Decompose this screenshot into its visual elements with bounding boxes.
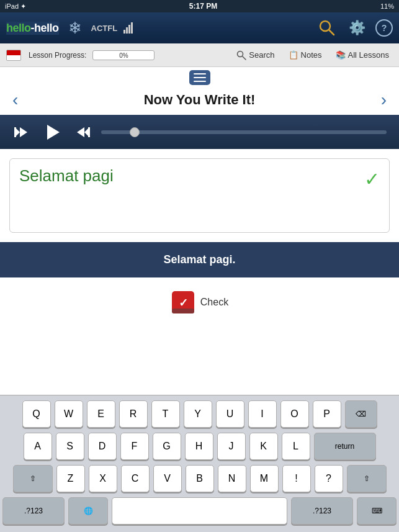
logo-area[interactable]: hello-hello <box>6 22 59 35</box>
help-icon[interactable]: ? <box>375 19 393 37</box>
key-i[interactable]: I <box>248 400 277 428</box>
prev-arrow[interactable]: ‹ <box>12 91 18 109</box>
key-f[interactable]: F <box>120 433 149 460</box>
gear-icon: ⚙️ <box>349 20 365 36</box>
skip-back-button[interactable] <box>12 124 30 141</box>
lesson-progress-label: Lesson Progress: <box>29 51 86 60</box>
svg-rect-10 <box>88 127 90 137</box>
ipad-label: iPad ✦ <box>5 2 26 11</box>
key-k[interactable]: K <box>249 433 278 460</box>
check-icon: ✓ <box>171 290 195 315</box>
key-w[interactable]: W <box>55 400 83 428</box>
notes-toolbar-btn[interactable]: 📋 Notes <box>285 48 326 62</box>
svg-marker-5 <box>20 127 27 137</box>
return-key[interactable]: return <box>314 433 376 460</box>
key-exclamation[interactable]: ! <box>282 465 311 492</box>
correct-checkmark-icon: ✓ <box>364 168 380 190</box>
key-h[interactable]: H <box>185 433 213 460</box>
key-z[interactable]: Z <box>56 465 85 492</box>
hamburger-icon <box>194 77 206 78</box>
keyboard[interactable]: Q W E R T Y U I O P ⌫ A S D F G H J K L … <box>0 395 399 532</box>
check-stamp-icon: ✓ <box>171 290 195 315</box>
key-s[interactable]: S <box>56 433 84 460</box>
snowflake-icon: ❄ <box>65 18 85 38</box>
hamburger-icon <box>194 81 206 82</box>
svg-rect-13 <box>172 309 194 313</box>
search-label: Search <box>249 50 274 60</box>
key-o[interactable]: O <box>280 400 309 428</box>
key-r[interactable]: R <box>119 400 148 428</box>
key-u[interactable]: U <box>216 400 244 428</box>
seek-bar[interactable] <box>101 130 387 134</box>
toolbar: Lesson Progress: 0% Search 📋 Notes 📚 All… <box>0 43 399 67</box>
actfl-label: ACTFL <box>91 24 118 33</box>
shift-right-key[interactable]: ⇧ <box>347 465 387 492</box>
key-b[interactable]: B <box>186 465 214 492</box>
signal-bars-icon <box>123 22 133 34</box>
monitor-icon <box>6 50 21 61</box>
gear-icon-btn[interactable]: ⚙️ <box>346 17 368 39</box>
key-g[interactable]: G <box>153 433 181 460</box>
key-y[interactable]: Y <box>184 400 212 428</box>
seek-thumb[interactable] <box>130 127 140 137</box>
key-n[interactable]: N <box>218 465 246 492</box>
key-m[interactable]: M <box>250 465 279 492</box>
key-c[interactable]: C <box>121 465 150 492</box>
shift-key[interactable]: ⇧ <box>13 465 53 492</box>
check-section: ✓ Check <box>0 277 399 321</box>
status-right: 11% <box>380 2 394 10</box>
globe-key[interactable]: 🌐 <box>68 497 108 525</box>
svg-line-1 <box>329 30 334 35</box>
progress-text: 0% <box>119 52 128 58</box>
play-button[interactable] <box>42 122 62 142</box>
search-toolbar-btn[interactable]: Search <box>233 48 278 63</box>
nav-row: ‹ Now You Write It! › <box>0 85 399 115</box>
svg-text:✓: ✓ <box>178 297 187 309</box>
key-v[interactable]: V <box>153 465 182 492</box>
play-icon <box>42 122 62 142</box>
key-e[interactable]: E <box>87 400 115 428</box>
help-label: ? <box>382 23 387 33</box>
space-key[interactable] <box>112 497 287 525</box>
key-x[interactable]: X <box>89 465 117 492</box>
status-left: iPad ✦ <box>5 2 26 11</box>
key-q[interactable]: Q <box>22 400 51 428</box>
skip-back-icon <box>12 124 30 141</box>
check-button[interactable]: ✓ Check <box>171 290 228 315</box>
skip-forward-icon <box>74 124 92 141</box>
backspace-key[interactable]: ⌫ <box>345 400 377 428</box>
notes-label: Notes <box>301 50 322 60</box>
key-a[interactable]: A <box>24 433 52 460</box>
status-time: 5:17 PM <box>189 2 217 11</box>
player-bar <box>0 115 399 149</box>
key-d[interactable]: D <box>88 433 117 460</box>
logo: hello-hello <box>6 22 59 35</box>
numbers-left-key[interactable]: .?123 <box>2 497 65 525</box>
write-area[interactable]: ✓ <box>9 158 390 233</box>
keyboard-row-4: .?123 🌐 .?123 ⌨ <box>2 497 397 525</box>
check-label: Check <box>200 297 228 308</box>
svg-line-3 <box>243 56 246 60</box>
hamburger-button[interactable] <box>189 70 210 85</box>
search-toolbar-icon <box>236 50 246 60</box>
skip-forward-button[interactable] <box>74 124 92 141</box>
svg-marker-7 <box>47 125 60 140</box>
page-title: Now You Write It! <box>144 92 256 108</box>
key-question[interactable]: ? <box>315 465 343 492</box>
search-icon-btn[interactable] <box>316 17 338 39</box>
svg-marker-9 <box>77 127 84 137</box>
key-j[interactable]: J <box>217 433 246 460</box>
write-input[interactable] <box>19 166 380 186</box>
next-arrow[interactable]: › <box>381 91 387 109</box>
numbers-right-key[interactable]: .?123 <box>291 497 353 525</box>
answer-text: Selamat pagi. <box>163 253 235 266</box>
keyboard-hide-key[interactable]: ⌨ <box>357 497 397 525</box>
keyboard-row-3: ⇧ Z X C V B N M ! ? ⇧ <box>2 465 397 492</box>
key-t[interactable]: T <box>151 400 180 428</box>
flag-icon <box>6 50 21 61</box>
notes-icon: 📋 <box>289 50 298 60</box>
all-lessons-btn[interactable]: 📚 All Lessons <box>332 48 393 62</box>
key-p[interactable]: P <box>313 400 341 428</box>
key-l[interactable]: L <box>282 433 310 460</box>
svg-point-2 <box>238 51 243 56</box>
